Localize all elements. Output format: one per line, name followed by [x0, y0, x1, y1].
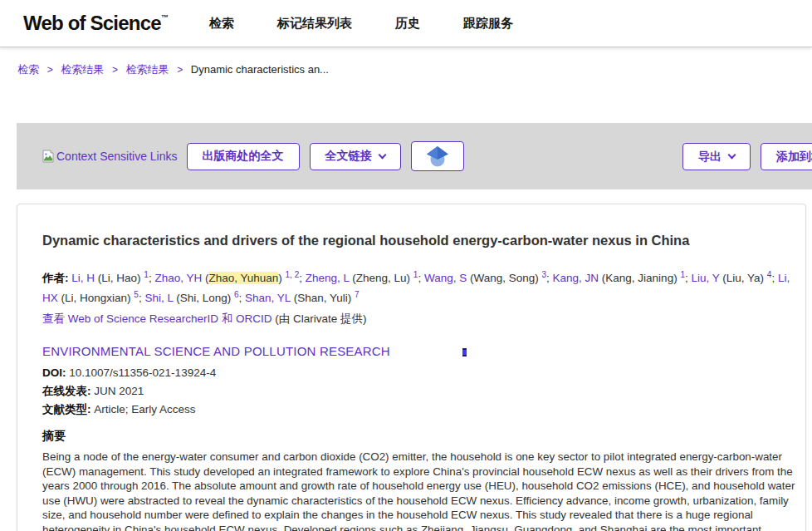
author-affiliation-superscript[interactable]: 1, 2 [286, 269, 300, 278]
context-sensitive-links[interactable]: Context Sensitive Links [42, 150, 178, 163]
record-toolbar: Context Sensitive Links 出版商处的全文 全文链接 导出 … [17, 123, 812, 189]
published-label: 在线发表: [42, 385, 91, 397]
nav-search[interactable]: 检索 [209, 16, 234, 32]
authors-label: 作者: [42, 272, 69, 284]
breadcrumb-current: Dynamic characteristics an... [191, 63, 329, 76]
doi-value: 10.1007/s11356-021-13924-4 [69, 366, 216, 379]
chevron-down-icon [728, 151, 736, 160]
trademark-symbol: ™ [161, 13, 168, 22]
author-fullname-open-paren: ( [291, 292, 297, 304]
researcher-id-line: 查看 Web of Science ResearcherID 和 ORCID (… [42, 312, 795, 327]
chevron-down-icon [378, 150, 386, 159]
nav-marked-list[interactable]: 标记结果列表 [277, 16, 352, 32]
breadcrumb-search[interactable]: 检索 [17, 63, 39, 76]
top-navigation: 检索 标记结果列表 历史 跟踪服务 [209, 16, 513, 32]
author-link[interactable]: Zheng, L [302, 272, 350, 284]
author-fullname-close-paren: ) [761, 272, 767, 284]
author-fullname: Zheng, Lu [356, 272, 407, 284]
authors-block: 作者: Li, H (Li, Hao) 1; Zhao, YH (Zhao, Y… [42, 266, 796, 306]
breadcrumb-results-2[interactable]: 检索结果 [126, 63, 169, 76]
wos-logo[interactable]: Web of Science™ [23, 12, 168, 35]
fulltext-at-publisher-button[interactable]: 出版商处的全文 [187, 143, 300, 170]
journal-link[interactable]: ENVIRONMENTAL SCIENCE AND POLLUTION RESE… [42, 344, 390, 358]
record-card: Dynamic characteristics and drivers of t… [17, 204, 806, 531]
article-title: Dynamic characteristics and drivers of t… [42, 232, 795, 248]
author-fullname: Wang, Song [473, 272, 535, 284]
author-fullname: Shan, Yuli [297, 292, 348, 304]
breadcrumb: 检索 > 检索结果 > 检索结果 > Dynamic characteristi… [0, 47, 812, 75]
author-fullname-open-paren: ( [350, 272, 356, 284]
breadcrumb-separator: > [177, 64, 183, 76]
add-to-marked-list-button[interactable]: 添加到标记结果列表 [761, 143, 812, 170]
doctype-label: 文献类型: [42, 403, 91, 415]
nav-alerts[interactable]: 跟踪服务 [463, 16, 513, 32]
doi-label: DOI: [42, 366, 66, 379]
author-link[interactable]: Li, H [71, 272, 95, 284]
toolbar-right-group: 导出 添加到标记结果列表 [682, 143, 812, 170]
researcher-id-link[interactable]: 查看 Web of Science ResearcherID 和 ORCID [42, 312, 272, 325]
doctype-value: Article; Early Access [94, 403, 195, 415]
fulltext-links-dropdown[interactable]: 全文链接 [310, 143, 401, 170]
author-fullname-close-paren: ) [227, 292, 234, 304]
breadcrumb-results-1[interactable]: 检索结果 [61, 63, 104, 76]
author-fullname-close-paren: ) [348, 292, 355, 304]
abstract-heading: 摘要 [42, 429, 795, 444]
author-fullname: Li, Hongxian [65, 292, 127, 304]
author-fullname: Kang, Jianing [605, 272, 673, 284]
endnote-click-cap-icon [423, 144, 452, 169]
author-link[interactable]: Zhao, YH [152, 272, 203, 284]
author-fullname: Liu, Ya [726, 272, 761, 284]
author-link[interactable]: Shi, L [142, 292, 174, 304]
author-affiliation-superscript[interactable]: 7 [355, 289, 360, 298]
author-fullname-close-paren: ) [278, 272, 285, 284]
abstract-text: Being a node of the energy-water consume… [42, 450, 796, 531]
researcher-id-suffix: (由 Clarivate 提供) [275, 312, 366, 325]
author-fullname-open-paren: ( [720, 272, 726, 284]
author-link[interactable]: Shan, YL [242, 292, 291, 304]
published-line: 在线发表: JUN 2021 [42, 384, 795, 398]
author-fullname: Zhao, Yuhuan [208, 272, 278, 284]
doctype-line: 文献类型: Article; Early Access [42, 402, 795, 416]
app-header: Web of Science™ 检索 标记结果列表 历史 跟踪服务 [0, 0, 812, 47]
authors-inline: Li, H (Li, Hao) 1; Zhao, YH (Zhao, Yuhua… [42, 272, 790, 304]
doi-line: DOI: 10.1007/s11356-021-13924-4 [42, 366, 795, 380]
published-value: JUN 2021 [94, 385, 144, 397]
author-fullname-open-paren: ( [58, 292, 65, 304]
stray-cursor-mark [462, 348, 467, 356]
export-dropdown[interactable]: 导出 [682, 143, 751, 170]
broken-image-icon [42, 150, 55, 163]
author-link[interactable]: Wang, S [421, 272, 467, 284]
author-fullname-open-paren: ( [173, 292, 179, 304]
endnote-click-button[interactable] [411, 141, 464, 171]
nav-history[interactable]: 历史 [395, 16, 420, 32]
author-link[interactable]: Kang, JN [550, 272, 599, 284]
breadcrumb-separator: > [47, 64, 53, 76]
author-fullname: Shi, Long [180, 292, 227, 304]
breadcrumb-separator: > [112, 64, 118, 76]
author-fullname-close-paren: ) [407, 272, 413, 284]
author-link[interactable]: Liu, Y [688, 272, 720, 284]
author-fullname: Li, Hao [101, 272, 137, 284]
context-links-alt-text: Context Sensitive Links [56, 150, 178, 163]
